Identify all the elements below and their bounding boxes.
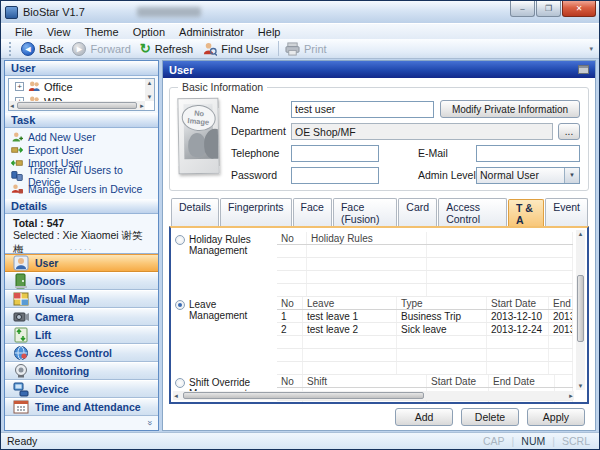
- scroll-lock-indicator: SCRL: [559, 435, 593, 447]
- nav-user[interactable]: User: [5, 254, 158, 272]
- scroll-thumb[interactable]: [183, 392, 424, 399]
- task-manage-users[interactable]: Manage Users in Device: [11, 182, 154, 195]
- forward-button[interactable]: ► Forward: [69, 41, 136, 57]
- nav-visual-map[interactable]: Visual Map: [5, 290, 158, 308]
- toolbar: ◄ Back ► Forward ↻ Refresh Find User: [1, 39, 599, 59]
- manage-icon: [11, 183, 23, 195]
- tab-face[interactable]: Face: [293, 198, 332, 226]
- task-export-user[interactable]: Export User: [11, 143, 154, 156]
- detail-tabs: Details Fingerprints Face Face (Fusion) …: [169, 198, 589, 226]
- maximize-button[interactable]: ❐: [536, 1, 561, 17]
- nav-time-attendance[interactable]: Time and Attendance: [5, 398, 158, 416]
- scroll-thumb[interactable]: [577, 275, 584, 342]
- toolbar-separator: [278, 41, 279, 56]
- scroll-left-icon[interactable]: ◄: [173, 392, 179, 400]
- tab-event[interactable]: Event: [545, 198, 588, 226]
- tab-card[interactable]: Card: [398, 198, 437, 226]
- task-add-new-user[interactable]: Add New User: [11, 130, 154, 143]
- tree-horizontal-scrollbar[interactable]: ◄ ►: [9, 101, 145, 110]
- tree-vertical-scrollbar[interactable]: ▲ ▼: [145, 79, 154, 101]
- nav-monitoring[interactable]: Monitoring: [5, 362, 158, 380]
- tab-face-fusion[interactable]: Face (Fusion): [333, 198, 397, 226]
- task-transfer-all-users[interactable]: Transfer All Users to Device: [11, 169, 154, 182]
- nav-device[interactable]: Device: [5, 380, 158, 398]
- nav-label: Visual Map: [35, 293, 90, 305]
- task-label: Export User: [28, 144, 83, 156]
- leave-management-radio[interactable]: [175, 300, 185, 310]
- menu-theme[interactable]: Theme: [78, 25, 124, 39]
- telephone-input[interactable]: [291, 145, 379, 162]
- find-user-icon: [202, 41, 217, 56]
- tab-t-and-a[interactable]: T & A: [508, 199, 544, 227]
- email-input[interactable]: [476, 145, 580, 162]
- password-input[interactable]: [291, 167, 379, 184]
- add-button[interactable]: Add: [395, 408, 453, 426]
- tree-item-office[interactable]: + Office: [9, 79, 154, 94]
- device-icon: [13, 381, 29, 397]
- department-browse-button[interactable]: ...: [558, 123, 580, 140]
- sidebar-user-panel-header: User: [5, 61, 158, 76]
- admin-level-dropdown[interactable]: Normal User ▼: [476, 167, 580, 184]
- nav-camera[interactable]: Camera: [5, 308, 158, 326]
- scroll-up-icon[interactable]: ▲: [578, 230, 584, 238]
- nav-overflow-icon[interactable]: »: [144, 420, 154, 425]
- sidebar-splitter[interactable]: ·····: [5, 245, 158, 253]
- tab-fingerprints[interactable]: Fingerprints: [220, 198, 291, 226]
- main-panel: User Basic Information No Image: [162, 60, 596, 431]
- department-label: Department: [231, 125, 291, 137]
- col-header: Type: [397, 297, 487, 309]
- holiday-rules-radio[interactable]: [175, 235, 185, 245]
- sidebar-details-panel-header: Details: [5, 199, 158, 214]
- main-content: Basic Information No Image Name: [163, 78, 595, 430]
- close-button[interactable]: ✕: [562, 1, 596, 17]
- nav-label: Monitoring: [35, 365, 89, 377]
- nav-label: Doors: [35, 275, 65, 287]
- toolbar-overflow-button[interactable]: ▾: [585, 45, 597, 53]
- apply-button[interactable]: Apply: [527, 408, 585, 426]
- leave-table[interactable]: No Leave Type Start Date End Date 1 test…: [277, 297, 573, 375]
- refresh-button[interactable]: ↻ Refresh: [137, 42, 199, 56]
- details-total: Total : 547: [13, 217, 152, 229]
- expand-icon[interactable]: +: [15, 82, 24, 91]
- back-button[interactable]: ◄ Back: [18, 41, 69, 57]
- user-photo-placeholder[interactable]: No Image: [177, 98, 219, 175]
- redacted-title-text: [137, 7, 201, 17]
- menu-option[interactable]: Option: [127, 25, 171, 39]
- title-bar[interactable]: BioStar V1.7 – ❐ ✕: [1, 1, 599, 23]
- nav-access-control[interactable]: Access Control: [5, 344, 158, 362]
- scroll-thumb[interactable]: [17, 102, 137, 109]
- col-header: Start Date: [487, 297, 549, 309]
- delete-button[interactable]: Delete: [461, 408, 519, 426]
- content-vertical-scrollbar[interactable]: ▲ ▼: [576, 230, 585, 390]
- menu-help[interactable]: Help: [252, 25, 287, 39]
- holiday-rules-label: Holiday Rules Management: [189, 234, 277, 297]
- tab-details[interactable]: Details: [171, 198, 219, 226]
- scroll-right-icon[interactable]: ►: [139, 102, 145, 110]
- modify-private-information-button[interactable]: Modify Private Information: [440, 100, 580, 118]
- minimize-button[interactable]: –: [510, 1, 535, 17]
- scroll-left-icon[interactable]: ◄: [9, 102, 15, 110]
- scroll-right-icon[interactable]: ►: [568, 392, 574, 400]
- leave-management-section: Leave Management No Leave Type Start Dat…: [175, 297, 573, 375]
- menu-administrator[interactable]: Administrator: [173, 25, 250, 39]
- scroll-down-icon[interactable]: ▼: [578, 382, 584, 390]
- import-icon: [11, 157, 23, 169]
- shift-override-radio[interactable]: [175, 378, 185, 388]
- menu-view[interactable]: View: [41, 25, 77, 39]
- task-list: Add New User Export User Import User Tra…: [5, 128, 158, 199]
- content-horizontal-scrollbar[interactable]: ◄ ►: [173, 391, 574, 400]
- scroll-up-icon[interactable]: ▲: [147, 79, 153, 87]
- menu-file[interactable]: File: [9, 25, 39, 39]
- print-button[interactable]: Print: [282, 41, 333, 57]
- scroll-down-icon[interactable]: ▼: [147, 93, 153, 101]
- col-header: Start Date: [427, 375, 489, 387]
- panel-window-icon[interactable]: [578, 65, 589, 74]
- nav-doors[interactable]: Doors: [5, 272, 158, 290]
- find-user-button[interactable]: Find User: [199, 40, 275, 57]
- map-icon: [13, 291, 29, 307]
- holiday-rules-table[interactable]: No Holiday Rules: [277, 232, 573, 297]
- tab-access-control[interactable]: Access Control: [438, 198, 507, 226]
- nav-lift[interactable]: Lift: [5, 326, 158, 344]
- name-input[interactable]: [291, 101, 434, 118]
- user-tree[interactable]: + Office +: [8, 78, 155, 111]
